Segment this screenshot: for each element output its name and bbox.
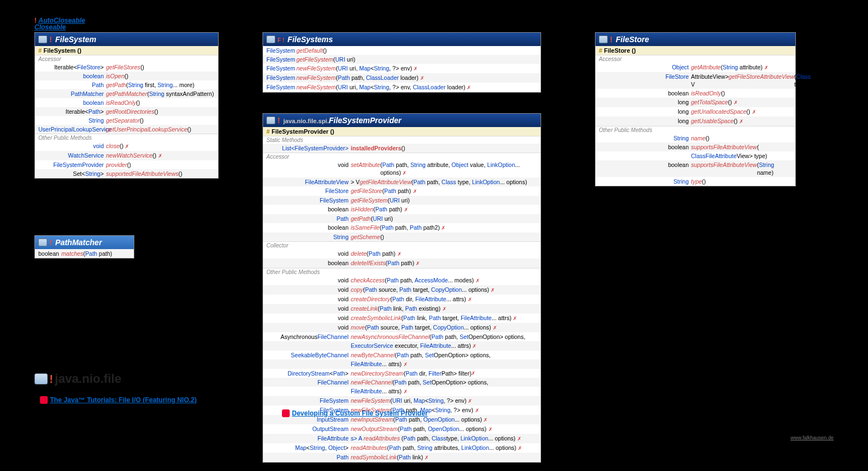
method-row: void createSymbolicLink (Path link, Path… <box>263 313 541 323</box>
method-row: FileAttributeView> V getFileAttributeVie… <box>263 178 541 186</box>
section-accessor: Accessor <box>596 55 795 63</box>
method-row: Map<String, Object> readAttributes (Path… <box>263 443 541 453</box>
method-row: void move (Path source, Path target, Cop… <box>263 323 541 332</box>
method-row: FileSystem getDefault () <box>263 46 541 55</box>
method-row: long getUsableSpace () ✗ <box>596 117 795 126</box>
section-accessor: Accessor <box>35 55 218 63</box>
pathmatcher-header: ! PathMatcher <box>35 236 134 249</box>
method-row: UserPrincipalLookupService getUserPrinci… <box>35 125 218 134</box>
method-row: boolean matches (Path path) <box>35 249 134 258</box>
filesystemprovider-header: ! java.nio.file.spi.FileSystemProvider <box>263 114 541 127</box>
filestore-ctor: # FileStore () <box>596 46 795 55</box>
method-row: void checkAccess (Path path, AccessMode.… <box>263 276 541 285</box>
method-row: AsynchronousFileChannel newAsynchronousF… <box>263 332 541 341</box>
folder-icon <box>599 36 608 43</box>
method-row: String getScheme () <box>263 232 541 241</box>
method-row: FileStoreAttributeView> V getFileStoreAt… <box>596 72 795 89</box>
folder-icon <box>266 36 275 43</box>
method-row: void createDirectory (Path dir, FileAttr… <box>263 295 541 304</box>
method-row: ClassFileAttributeView> type) <box>596 151 795 160</box>
filesystem-header: ! FileSystem <box>35 33 218 46</box>
oracle-icon <box>282 409 290 417</box>
method-row: Path getPath (URI uri) <box>263 214 541 223</box>
method-row: void close () ✗ <box>35 141 218 151</box>
method-row: List<FileSystemProvider> installedProvid… <box>263 144 541 153</box>
method-row: void createLink (Path link, Path existin… <box>263 304 541 313</box>
method-row: void copy (Path source, Path target, Cop… <box>263 285 541 295</box>
method-row: FileSystem newFileSystem (URI uri, Map<S… <box>263 83 541 92</box>
method-row: void delete (Path path) ✗ <box>263 249 541 259</box>
custom-provider-link[interactable]: Developing a Custom File System Provider <box>282 409 428 417</box>
method-row: ExecutorService executor, FileAttribute.… <box>263 341 541 351</box>
method-row: SeekableByteChannel newByteChannel (Path… <box>263 351 541 359</box>
tutorial-link[interactable]: The Java™ Tutorials: File I/O (Featuring… <box>40 396 197 404</box>
section-other: Other Public Methods <box>596 126 795 134</box>
closeable-link[interactable]: Closeable <box>34 23 66 31</box>
method-row: void setAttribute (Path path, String att… <box>263 160 541 178</box>
method-row: FileSystemProvider provider () <box>35 160 218 169</box>
method-row: boolean supportsFileAttributeView ( <box>596 143 795 151</box>
filesystem-ctor: # FileSystem () <box>35 46 218 55</box>
method-row: WatchService newWatchService () ✗ <box>35 151 218 160</box>
method-row: boolean isHidden (Path path) ✗ <box>263 205 541 214</box>
filestore-header: ! FileStore <box>596 33 795 46</box>
method-row: Set<String> supportedFileAttributeViews … <box>35 169 218 178</box>
method-row: FileStore getFileStore (Path path) ✗ <box>263 186 541 196</box>
section-other: Other Public Methods <box>263 268 541 276</box>
method-row: FileAttribute... attrs) ✗ <box>263 359 541 369</box>
section-accessor: Accessor <box>263 153 541 160</box>
method-row: boolean isOpen () <box>35 72 218 80</box>
filestore-class: ! FileStore # FileStore () Accessor Obje… <box>595 32 796 186</box>
method-row: Path getPath (String first, String... mo… <box>35 80 218 89</box>
section-static: Static Methods <box>263 136 541 144</box>
filesystems-header: F ! FileSystems <box>263 33 541 46</box>
method-row: boolean supportsFileAttributeView (Strin… <box>596 160 795 177</box>
folder-icon <box>38 36 47 43</box>
method-row: OutputStream newOutputStream (Path path,… <box>263 424 541 434</box>
oracle-icon <box>40 396 48 404</box>
method-row: FileSystem newFileSystem (URI uri, Map<S… <box>263 396 541 406</box>
method-row: Object getAttribute (String attribute) ✗ <box>596 63 795 72</box>
filesystemprovider-ctor: # FileSystemProvider () <box>263 127 541 136</box>
spi-folder-icon <box>266 117 275 124</box>
method-row: boolean deleteIfExists (Path path) ✗ <box>263 259 541 268</box>
method-row: DirectoryStream<Path> newDirectoryStream… <box>263 369 541 378</box>
method-row: boolean isReadOnly () <box>35 98 218 107</box>
method-row: long getUnallocatedSpace () ✗ <box>596 107 795 117</box>
method-row: FileAttribute... attrs) ✗ <box>263 387 541 396</box>
method-row: FileChannel newFileChannel (Path path, S… <box>263 378 541 387</box>
section-collector: Collector <box>263 241 541 249</box>
method-row: FileSystem newFileSystem (URI uri, Map<S… <box>263 64 541 73</box>
method-row: FileSystem getFileSystem (URI uri) <box>263 55 541 64</box>
section-other: Other Public Methods <box>35 134 218 141</box>
method-row: String type () <box>596 177 795 186</box>
method-row: boolean isSameFile (Path path, Path path… <box>263 223 541 232</box>
pathmatcher-class: ! PathMatcher boolean matches (Path path… <box>34 235 134 259</box>
method-row: Path readSymbolicLink (Path link) ✗ <box>263 453 541 462</box>
method-row: FileSystem getFileSystem (URI uri) <box>263 196 541 205</box>
method-row: FileAttributes> A readAttributes (Path p… <box>263 434 541 443</box>
folder-icon <box>38 239 47 246</box>
package-label: ! java.nio.file <box>34 372 122 386</box>
method-row: boolean isReadOnly () <box>596 89 795 98</box>
filesystem-class: ! FileSystem # FileSystem () Accessor It… <box>34 32 219 179</box>
footer-credit[interactable]: www.falkhausen.de <box>790 435 834 440</box>
method-row: String getSeparator () <box>35 116 218 125</box>
method-row: FileSystem newFileSystem (Path path, Cla… <box>263 73 541 83</box>
method-row: PathMatcher getPathMatcher (String synta… <box>35 89 218 98</box>
method-row: Iterable<FileStore> getFileStores () <box>35 63 218 72</box>
method-row: String name () <box>596 134 795 143</box>
method-row: long getTotalSpace () ✗ <box>596 98 795 107</box>
method-row: Iterable<Path> getRootDirectories () <box>35 107 218 116</box>
filesystems-class: F ! FileSystems FileSystem getDefault ()… <box>263 32 541 93</box>
